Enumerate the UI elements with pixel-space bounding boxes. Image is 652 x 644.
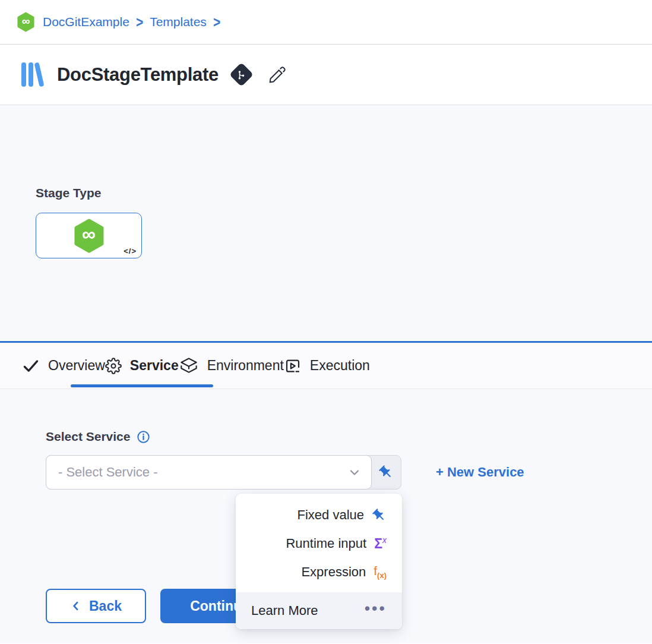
check-icon [22, 357, 40, 375]
chevron-left-icon [70, 600, 82, 612]
tab-execution[interactable]: Execution [284, 343, 370, 389]
menu-item-runtime-input[interactable]: Runtime input Σx [236, 529, 402, 558]
select-service-placeholder: - Select Service - [58, 465, 158, 480]
breadcrumb: ∞ DocGitExample > Templates > [0, 0, 652, 45]
fx-icon: f(x) [374, 564, 387, 580]
stage-type-section: Stage Type ∞ </> [0, 105, 652, 341]
page-title: DocStageTemplate [57, 64, 219, 86]
environment-box-icon [179, 356, 199, 375]
input-type-menu: Fixed value Runtime input Σx Expression … [236, 494, 402, 629]
template-title-bar: DocStageTemplate [0, 45, 652, 105]
service-tab-content: Select Service - Select Service - + New … [0, 389, 652, 643]
stage-type-label: Stage Type [36, 186, 652, 200]
tab-overview[interactable]: Overview [22, 343, 105, 389]
template-library-icon [21, 62, 48, 87]
new-service-link[interactable]: + New Service [436, 465, 524, 480]
select-service-label: Select Service [46, 430, 130, 444]
tab-service[interactable]: Service [105, 343, 179, 389]
input-type-pin-button[interactable] [371, 456, 401, 489]
more-dots-icon: ••• [365, 608, 387, 613]
info-icon[interactable] [137, 430, 150, 444]
menu-item-expression[interactable]: Expression f(x) [236, 558, 402, 586]
breadcrumb-project-link[interactable]: DocGitExample [43, 15, 129, 29]
gear-icon [105, 358, 122, 374]
breadcrumb-separator: > [213, 13, 220, 31]
edit-title-button[interactable] [268, 65, 287, 84]
sigma-x-icon: Σx [374, 535, 387, 552]
ci-stage-icon: ∞ [73, 219, 105, 253]
pin-icon [372, 508, 387, 523]
harness-project-icon: ∞ [17, 12, 35, 32]
breadcrumb-separator: > [136, 13, 143, 31]
select-service-dropdown[interactable]: - Select Service - [46, 455, 372, 490]
stage-tabs: Overview Service Environment Execution [0, 341, 652, 389]
stage-type-card-ci[interactable]: ∞ </> [36, 213, 142, 258]
pencil-icon [268, 65, 287, 84]
menu-item-fixed-value[interactable]: Fixed value [236, 501, 402, 529]
play-square-icon [284, 357, 302, 375]
code-icon: </> [124, 247, 137, 255]
breadcrumb-templates-link[interactable]: Templates [150, 15, 207, 29]
back-button[interactable]: Back [46, 589, 146, 623]
pin-icon [378, 465, 394, 480]
git-remote-badge-icon [229, 62, 254, 87]
menu-learn-more[interactable]: Learn More ••• [236, 592, 402, 629]
select-service-group: - Select Service - [46, 455, 401, 490]
tab-environment[interactable]: Environment [179, 343, 284, 389]
chevron-down-icon [347, 465, 362, 479]
